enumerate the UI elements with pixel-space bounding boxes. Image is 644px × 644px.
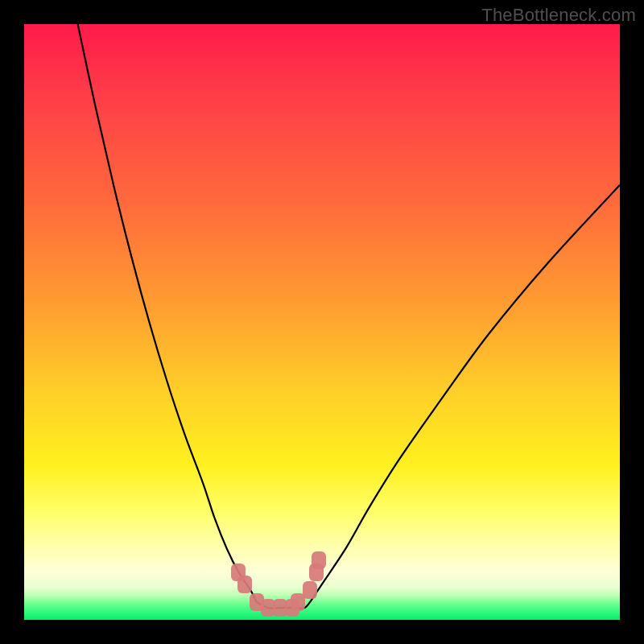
- curve-right: [310, 185, 620, 602]
- curve-left: [78, 24, 257, 602]
- highlight-dot: [237, 576, 252, 593]
- plot-area: [24, 24, 620, 620]
- highlight-dot: [303, 581, 317, 599]
- curve-layer: [24, 24, 620, 620]
- highlight-dot: [312, 551, 326, 569]
- chart-stage: TheBottleneck.com: [0, 0, 644, 644]
- watermark-text: TheBottleneck.com: [481, 5, 636, 26]
